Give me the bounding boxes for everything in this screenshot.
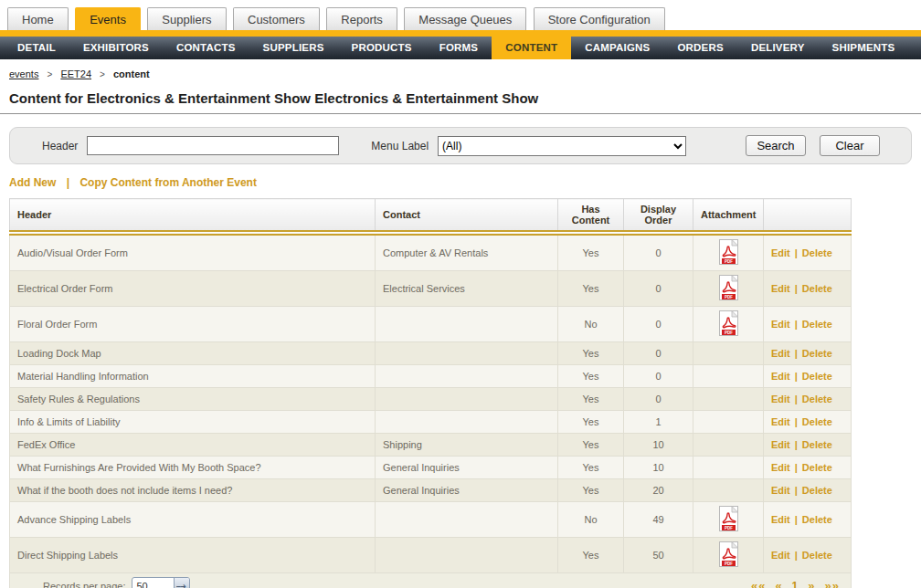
pdf-attachment-icon[interactable]: PDF [718, 239, 739, 265]
tab-events[interactable]: Events [75, 7, 141, 30]
edit-link[interactable]: Edit [771, 462, 790, 473]
header-filter-input[interactable] [87, 136, 339, 155]
subnav-detail[interactable]: DETAIL [4, 37, 69, 59]
pdf-attachment-icon[interactable]: PDF [718, 275, 739, 300]
cell-attachment: PDF [693, 307, 764, 342]
delete-link[interactable]: Delete [802, 550, 832, 561]
subnav-delivery[interactable]: DELIVERY [737, 37, 819, 59]
cell-header: Direct Shipping Labels [10, 538, 376, 573]
cell-has-content: Yes [558, 457, 624, 479]
edit-link[interactable]: Edit [771, 439, 790, 450]
cell-has-content: Yes [558, 479, 624, 502]
edit-link[interactable]: Edit [771, 283, 790, 294]
tab-suppliers[interactable]: Suppliers [147, 7, 226, 30]
search-button[interactable]: Search [746, 135, 806, 156]
subnav-shipments[interactable]: SHIPMENTS [819, 37, 909, 59]
pager-last-button[interactable]: »» [825, 579, 840, 588]
edit-link[interactable]: Edit [771, 247, 790, 258]
cell-display-order: 0 [624, 307, 693, 342]
delete-link[interactable]: Delete [802, 416, 832, 427]
breadcrumb-eet24-link[interactable]: EET24 [60, 68, 91, 79]
edit-link[interactable]: Edit [771, 416, 790, 427]
tab-store-configuration[interactable]: Store Configuration [534, 7, 665, 30]
col-header[interactable]: Header [10, 199, 376, 234]
cell-contact: Computer & AV Rentals [376, 233, 558, 271]
subnav-contacts[interactable]: CONTACTS [163, 37, 249, 59]
cell-has-content: No [558, 307, 624, 342]
cell-has-content: Yes [558, 411, 624, 434]
cell-attachment [693, 457, 764, 479]
breadcrumb-events-link[interactable]: events [9, 68, 38, 79]
delete-link[interactable]: Delete [802, 319, 832, 330]
subnav-suppliers[interactable]: SUPPLIERS [249, 37, 338, 59]
table-row: What Furnishings Are Provided With My Bo… [10, 457, 852, 479]
tab-customers[interactable]: Customers [233, 7, 320, 30]
col-display-order[interactable]: Display Order [624, 199, 693, 234]
pdf-attachment-icon[interactable]: PDF [718, 506, 739, 531]
edit-link[interactable]: Edit [771, 485, 790, 496]
edit-link[interactable]: Edit [771, 394, 790, 404]
pager-prev-button[interactable]: « [775, 579, 782, 588]
records-per-page-select[interactable]: 50 ⤍ [132, 577, 190, 588]
svg-text:PDF: PDF [725, 526, 733, 530]
delete-link[interactable]: Delete [802, 462, 832, 473]
delete-link[interactable]: Delete [802, 439, 832, 450]
cell-display-order: 0 [624, 233, 693, 271]
cell-attachment [693, 434, 764, 457]
cell-display-order: 10 [624, 457, 693, 479]
cell-contact: Shipping [376, 434, 558, 457]
pdf-attachment-icon[interactable]: PDF [718, 541, 739, 567]
table-row: Audio/Visual Order FormComputer & AV Ren… [10, 233, 852, 271]
cell-display-order: 0 [624, 365, 693, 388]
action-separator: | [795, 416, 798, 427]
cell-attachment [693, 342, 764, 365]
pager-first-button[interactable]: «« [751, 579, 766, 588]
delete-link[interactable]: Delete [802, 371, 832, 382]
subnav-exhibitors[interactable]: EXHIBITORS [69, 37, 163, 59]
add-new-link[interactable]: Add New [9, 176, 56, 189]
subnav-products[interactable]: PRODUCTS [338, 37, 426, 59]
page-title: Content for Electronics & Entertainment … [0, 81, 921, 114]
edit-link[interactable]: Edit [771, 514, 790, 525]
cell-attachment: PDF [693, 538, 764, 573]
tab-home[interactable]: Home [7, 7, 69, 30]
clear-button[interactable]: Clear [820, 135, 880, 156]
subnav-orders[interactable]: ORDERS [663, 37, 736, 59]
cell-actions: Edit|Delete [764, 538, 852, 573]
svg-text:PDF: PDF [725, 295, 733, 299]
svg-text:PDF: PDF [725, 331, 733, 335]
delete-link[interactable]: Delete [802, 247, 832, 258]
delete-link[interactable]: Delete [802, 283, 832, 294]
action-separator: | [795, 371, 798, 382]
subnav-forms[interactable]: FORMS [426, 37, 492, 59]
subnav-content[interactable]: CONTENT [492, 37, 571, 59]
menu-label-select[interactable]: (All) [438, 136, 686, 156]
cell-contact [376, 502, 558, 538]
delete-link[interactable]: Delete [802, 394, 832, 404]
delete-link[interactable]: Delete [802, 485, 832, 496]
subnav-dashboard[interactable]: DASHBOARD [908, 37, 921, 59]
edit-link[interactable]: Edit [771, 371, 790, 382]
copy-content-link[interactable]: Copy Content from Another Event [79, 176, 257, 189]
tab-message-queues[interactable]: Message Queues [404, 7, 526, 30]
cell-attachment [693, 388, 764, 411]
tab-reports[interactable]: Reports [326, 7, 397, 30]
cell-actions: Edit|Delete [764, 411, 852, 434]
action-separator: | [795, 319, 798, 330]
table-row: Advance Shipping LabelsNo49 PDF Edit|Del… [10, 502, 852, 538]
col-contact[interactable]: Contact [376, 199, 558, 234]
toolbar-separator: | [67, 176, 69, 189]
accent-strip [0, 30, 921, 37]
col-attachment[interactable]: Attachment [693, 199, 764, 234]
edit-link[interactable]: Edit [771, 550, 790, 561]
pager-next-button[interactable]: » [808, 579, 815, 588]
delete-link[interactable]: Delete [802, 348, 832, 359]
subnav-campaigns[interactable]: CAMPAIGNS [571, 37, 663, 59]
delete-link[interactable]: Delete [802, 514, 832, 525]
col-has-content[interactable]: Has Content [558, 199, 624, 234]
pdf-attachment-icon[interactable]: PDF [718, 310, 739, 336]
cell-actions: Edit|Delete [764, 342, 852, 365]
edit-link[interactable]: Edit [771, 319, 790, 330]
breadcrumb: events > EET24 > content [0, 59, 921, 81]
edit-link[interactable]: Edit [771, 348, 790, 359]
